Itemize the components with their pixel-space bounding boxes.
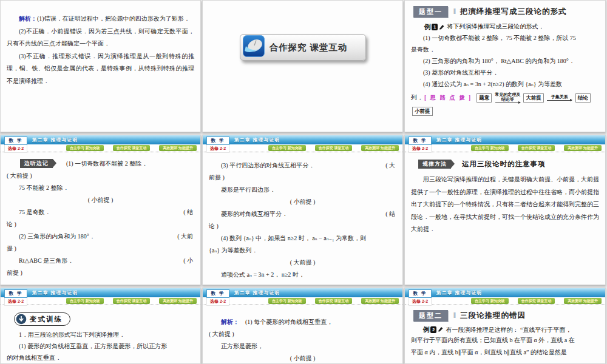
slide-header: 第二章 推理与证明 自主学习 新知突破合作探究 课堂互动高效测评 知能提升 数 … xyxy=(203,135,402,152)
nav-button[interactable]: 合作探究 课堂互动 xyxy=(315,298,353,304)
edition-label: 选修 2-2 xyxy=(4,145,27,153)
text-line: 论 ) xyxy=(7,218,194,231)
banner-title: 合作探究 课堂互动 xyxy=(270,42,348,53)
slide-thumbnail-analysis-2[interactable]: 第二章 推理与证明 自主学习 新知突破合作探究 课堂互动高效测评 知能提升 数 … xyxy=(202,288,403,364)
slide-header: 第二章 推理与证明 自主学习 新知突破合作探究 课堂互动高效测评 知能提升 数 … xyxy=(1,288,200,305)
section-banner[interactable]: 合作探究 课堂互动 xyxy=(240,34,366,61)
analysis-paragraph: 解析：(1)错误．在证明过程中，把论题中的四边形改为了矩形． xyxy=(7,13,194,25)
text-line: 正方形是菱形， xyxy=(209,340,396,352)
analysis-label: 解析： xyxy=(19,15,37,22)
slide-header: 第二章 推理与证明 自主学习 新知突破合作探究 课堂互动高效测评 知能提升 数 … xyxy=(203,288,402,305)
text-line: 前提 ) xyxy=(209,172,396,184)
nav-button[interactable]: 合作探究 课堂互动 xyxy=(315,145,353,151)
text-line: 前提 ) xyxy=(7,267,194,279)
text-line: 平面 α 内，直线 b∥平面 α，则直线 b∥直线 a” 的结论显然是 xyxy=(411,346,599,359)
subject-badge: 数 学 选修 2-2 xyxy=(4,136,27,153)
slide-content: 题型二 ‖ 三段论推理的错因 例 2 有一段演绎推理是这样的： “直线平行于平面… xyxy=(405,305,605,358)
text-line: (2) 三角形的内角和为 180°， Rt△ABC 的内角和为 180°． xyxy=(411,55,599,67)
slide-thumbnail-notes[interactable]: 第二章 推理与证明 自主学习 新知突破合作探究 课堂互动高效测评 知能提升 数 … xyxy=(0,135,201,285)
chapter-bar: 第二章 推理与证明 xyxy=(1,135,200,144)
slide-thumbnail-method-rules[interactable]: 第二章 推理与证明 自主学习 新知突破合作探究 课堂互动高效测评 知能提升 数 … xyxy=(404,135,606,285)
slide-thumbnail-variation-training[interactable]: 第二章 推理与证明 自主学习 新知突破合作探究 课堂互动高效测评 知能提升 数 … xyxy=(0,288,201,364)
nav-buttons: 自主学习 新知突破合作探究 课堂互动高效测评 知能提升 xyxy=(268,298,399,304)
nav-button[interactable]: 合作探究 课堂互动 xyxy=(518,298,555,304)
nav-button[interactable]: 合作探究 课堂互动 xyxy=(113,145,151,151)
text-line: ( 大前提 ) xyxy=(209,328,396,340)
nav-button[interactable]: 自主学习 新知突破 xyxy=(268,298,306,304)
slide-content: 变式训练 1．用三段论的形式写出下列演绎推理．(1) 菱形的对角线相互垂直，正方… xyxy=(1,305,200,363)
wrap-tail: 列． xyxy=(411,93,423,102)
subject-badge: 数 学 选修 2-2 xyxy=(409,136,432,153)
text-line: (4) 通过公式为 aₙ = 3n + 2(n≥2) 的数列 {aₙ} 为等差数 xyxy=(411,78,599,90)
nav-button[interactable]: 合作探究 课堂互动 xyxy=(113,298,151,304)
chapter-bar: 第二章 推理与证明 xyxy=(405,135,605,144)
nav-button[interactable]: 高效测评 知能提升 xyxy=(564,298,602,304)
slide-header: 第二章 推理与证明 自主学习 新知突破合作探究 课堂互动高效测评 知能提升 数 … xyxy=(405,135,605,152)
topic-badge: 题型一 xyxy=(413,6,448,18)
nav-button[interactable]: 合作探究 课堂互动 xyxy=(518,145,555,151)
slide-thumbnail-topic-type-2[interactable]: 第二章 推理与证明 自主学习 新知突破合作探究 课堂互动高效测评 知能提升 数 … xyxy=(404,288,606,364)
nav-button[interactable]: 自主学习 新知突破 xyxy=(268,145,306,151)
text-line: 75 是奇数．( 结 xyxy=(7,206,194,218)
subject-badge: 数 学 选修 2-2 xyxy=(4,289,27,306)
flow-arrow: 常见的定理及结论等 xyxy=(493,92,521,103)
nav-buttons: 自主学习 新知突破合作探究 课堂互动高效测评 知能提升 xyxy=(268,145,399,151)
arrow-line-icon xyxy=(495,103,520,103)
text-line: ( 大前提 ) xyxy=(7,170,194,182)
chapter-bar: 第二章 推理与证明 xyxy=(405,288,605,297)
flow-chart: 题意 常见的定理及结论等 大前提 子集关系 结论 xyxy=(476,92,591,103)
topic-title: 把演绎推理写成三段论的形式 xyxy=(460,7,567,17)
slide-thumbnail-topic-type-1[interactable]: 题型一 ‖ 把演绎推理写成三段论的形式 例 1 将下列演绎推理写成三段论的形式．… xyxy=(404,0,606,132)
nav-buttons: 自主学习 新知突破合作探究 课堂互动高效测评 知能提升 xyxy=(66,145,197,151)
nav-button[interactable]: 自主学习 新知突破 xyxy=(471,145,509,151)
slide-content: (3) 平行四边形的对角线互相平分．( 大前提 )菱形是平行四边形．( 小前提 … xyxy=(203,152,402,281)
text-line: (3) 菱形的对角线互相平分． xyxy=(411,67,599,78)
nav-button[interactable]: 高效测评 知能提升 xyxy=(361,298,399,304)
badge-line: 边听边记 (1) 一切奇数都不能被 2 整除． xyxy=(20,158,194,170)
example-text: 将下列演绎推理写成三段论的形式． xyxy=(447,22,544,31)
subject-label: 数 学 xyxy=(4,136,27,145)
example-number-badge: 2 xyxy=(430,326,436,333)
slide-content: 边听边记 (1) 一切奇数都不能被 2 整除． ( 大前提 )75 不能被 2 … xyxy=(1,152,200,279)
subject-label: 数 学 xyxy=(409,136,432,145)
variation-label: 变式训练 xyxy=(30,315,63,324)
example-text: 有一段演绎推理是这样的： “直线平行于平面， xyxy=(446,326,571,334)
analysis-lines: ( 大前提 )正方形是菱形，( 小前提 ) xyxy=(209,328,396,364)
topic-header: 题型一 ‖ 把演绎推理写成三段论的形式 xyxy=(405,1,605,18)
text-line: 75 不能被 2 整除． xyxy=(7,182,194,194)
chapter-bar: 第二章 推理与证明 xyxy=(203,288,402,297)
text-line: ( 小前提 ) xyxy=(209,196,396,208)
nav-button[interactable]: 自主学习 新知突破 xyxy=(66,298,104,304)
example-word: 例 xyxy=(423,325,430,334)
text-line: 论 ) xyxy=(209,220,396,232)
text-line: (2) 三角形的内角和为 180°．( 大前 xyxy=(7,231,194,243)
example-word: 例 xyxy=(424,22,431,32)
flow-arrow-label: 子集关系 xyxy=(551,95,568,99)
header-strip: 自主学习 新知突破合作探究 课堂互动高效测评 知能提升 xyxy=(203,297,402,305)
nav-button[interactable]: 高效测评 知能提升 xyxy=(159,298,197,304)
example-row: 例 2 有一段演绎推理是这样的： “直线平行于平面， xyxy=(411,325,599,334)
topic-header: 题型二 ‖ 三段论推理的错因 xyxy=(411,310,599,322)
variation-pill: 变式训练 xyxy=(14,312,70,326)
chapter-bar: 第二章 推理与证明 xyxy=(1,288,200,297)
example-row: 例 1 将下列演绎推理写成三段论的形式． xyxy=(405,21,605,32)
subject-label: 数 学 xyxy=(4,289,27,298)
slide-thumbnail-syllogism-continued[interactable]: 第二章 推理与证明 自主学习 新知突破合作探究 课堂互动高效测评 知能提升 数 … xyxy=(202,135,403,285)
nav-button[interactable]: 高效测评 知能提升 xyxy=(159,145,197,151)
slide-header: 第二章 推理与证明 自主学习 新知突破合作探究 课堂互动高效测评 知能提升 数 … xyxy=(1,135,200,152)
slide-thumbnail-analysis-1[interactable]: 解析：(1)错误．在证明过程中，把论题中的四边形改为了矩形． (2)不正确．小前… xyxy=(0,0,201,132)
header-strip: 自主学习 新知突破合作探究 课堂互动高效测评 知能提升 xyxy=(1,297,200,305)
text-line: 则平行于平面内所有直线；已知直线 b 在平面 α 外，直线 a 在 xyxy=(411,334,599,346)
subject-label: 数 学 xyxy=(409,289,432,298)
slide-thumbnail-section-banner[interactable]: 合作探究 课堂互动 xyxy=(202,0,403,132)
text-line: 菱形的对角线互相平分．( 结 xyxy=(209,208,396,220)
nav-button[interactable]: 自主学习 新知突破 xyxy=(471,298,509,304)
nav-button[interactable]: 高效测评 知能提升 xyxy=(361,145,399,151)
nav-button[interactable]: 高效测评 知能提升 xyxy=(564,145,602,151)
flow-arrow: 子集关系 xyxy=(546,95,574,101)
text-line: (1) 菱形的对角线相互垂直，正方形是菱形，所以正方形 xyxy=(7,340,194,352)
nav-button[interactable]: 自主学习 新知突破 xyxy=(66,145,104,151)
nav-buttons: 自主学习 新知突破合作探究 课堂互动高效测评 知能提升 xyxy=(471,145,602,151)
analysis-text: (1)错误．在证明过程中，把论题中的四边形改为了矩形． xyxy=(37,15,190,22)
slide-content: (1) 一切奇数都不能被 2 整除， 75 不能被 2 整除，所以 75是奇数．… xyxy=(405,32,605,90)
